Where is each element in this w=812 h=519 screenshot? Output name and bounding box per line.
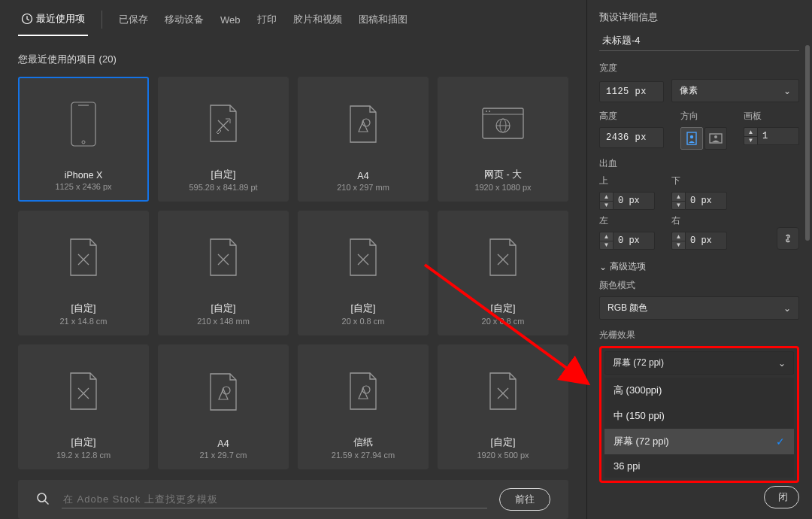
preset-name: 信纸 [353, 436, 373, 449]
raster-option-high[interactable]: 高 (300ppi) [604, 378, 794, 403]
a4-doc-icon [208, 345, 239, 439]
stock-search-bar: 前往 [18, 480, 568, 519]
artboard-stepper[interactable]: ▲▼ [744, 127, 799, 145]
bleed-left-input[interactable] [613, 232, 655, 250]
svg-point-17 [690, 135, 693, 138]
scrollbar[interactable] [805, 45, 810, 466]
artboard-label: 画板 [744, 110, 799, 123]
custom-doc-icon [68, 211, 99, 302]
recent-count-label: 您最近使用的项目 (20) [18, 53, 568, 66]
search-icon [36, 492, 50, 508]
tab-web[interactable]: Web [217, 10, 244, 35]
document-name-input[interactable] [599, 32, 799, 51]
preset-grid: iPhone X 1125 x 2436 px [自定] 595.28 x 84… [18, 77, 568, 469]
orientation-portrait-button[interactable] [680, 127, 703, 150]
preset-name: A4 [357, 171, 368, 181]
raster-option-medium[interactable]: 中 (150 ppi) [604, 403, 794, 429]
chevron-down-icon: ⌄ [783, 86, 791, 96]
tab-saved[interactable]: 已保存 [116, 8, 151, 35]
preset-custom[interactable]: [自定] 21 x 14.8 cm [18, 211, 149, 335]
raster-option-screen[interactable]: 屏幕 (72 ppi)✓ [604, 429, 794, 454]
preset-custom[interactable]: [自定] 210 x 148 mm [158, 211, 289, 335]
preset-name: iPhone X [65, 170, 103, 181]
tab-recent[interactable]: 最近使用项 [18, 8, 88, 36]
step-up-icon[interactable]: ▲ [744, 128, 757, 137]
stock-search-input[interactable] [62, 490, 487, 508]
bleed-top-input[interactable] [613, 192, 655, 210]
preset-a4[interactable]: A4 21 x 29.7 cm [158, 344, 289, 469]
raster-highlight-box: 屏幕 (72 ppi) ⌄ 高 (300ppi) 中 (150 ppi) 屏幕 … [599, 346, 799, 483]
tab-film[interactable]: 胶片和视频 [290, 8, 345, 35]
preset-name: [自定] [211, 168, 236, 181]
step-down-icon[interactable]: ▼ [744, 137, 757, 145]
bleed-top-stepper[interactable]: ▲▼ [599, 192, 655, 210]
tab-print[interactable]: 打印 [254, 8, 280, 35]
category-tabs: 最近使用项 已保存 移动设备 Web 打印 胶片和视频 图稿和插图 [18, 0, 568, 36]
chevron-down-icon: ⌄ [778, 358, 786, 369]
advanced-options-toggle[interactable]: ⌄ 高级选项 [599, 260, 799, 273]
height-label: 高度 [599, 110, 664, 123]
check-icon: ✓ [776, 436, 785, 448]
svg-point-3 [82, 141, 85, 144]
preset-custom[interactable]: [自定] 20 x 0.8 cm [298, 211, 429, 335]
raster-option-36[interactable]: 36 ppi [604, 454, 794, 478]
custom-doc-icon [487, 211, 519, 302]
tab-divider [102, 11, 102, 29]
web-icon [481, 77, 525, 168]
preset-custom[interactable]: [自定] 20 x 0.8 cm [438, 211, 568, 335]
preset-letter[interactable]: 信纸 21.59 x 27.94 cm [298, 344, 429, 469]
tab-art[interactable]: 图稿和插图 [356, 8, 411, 35]
width-input[interactable] [599, 81, 664, 102]
preset-dims: 595.28 x 841.89 pt [189, 183, 257, 192]
bleed-right-stepper[interactable]: ▲▼ [671, 232, 727, 250]
preset-name: [自定] [71, 436, 96, 449]
colormode-select[interactable]: RGB 颜色 ⌄ [599, 296, 799, 320]
close-button[interactable]: 闭 [764, 486, 799, 508]
preset-details-title: 预设详细信息 [599, 11, 799, 24]
preset-iphone-x[interactable]: iPhone X 1125 x 2436 px [18, 77, 149, 202]
bleed-bottom-stepper[interactable]: ▲▼ [671, 192, 727, 210]
preset-dims: 1125 x 2436 px [55, 182, 111, 191]
raster-select[interactable]: 屏幕 (72 ppi) ⌄ [604, 351, 794, 375]
link-bleed-button[interactable] [777, 227, 799, 250]
bleed-bottom-label: 下 [671, 175, 727, 187]
tab-mobile[interactable]: 移动设备 [162, 8, 207, 35]
artboard-input[interactable] [757, 127, 799, 145]
preset-dims: 1920 x 1080 px [474, 183, 531, 192]
preset-dims: 20 x 0.8 cm [342, 317, 385, 326]
preset-dims: 210 x 148 mm [197, 317, 250, 326]
unit-select[interactable]: 像素 ⌄ [671, 79, 799, 102]
svg-line-15 [45, 501, 48, 504]
preset-dims: 21 x 14.8 cm [60, 317, 108, 326]
orientation-label: 方向 [680, 110, 727, 123]
bleed-left-stepper[interactable]: ▲▼ [599, 232, 655, 250]
preset-name: [自定] [71, 302, 96, 315]
bleed-bottom-input[interactable] [685, 192, 727, 210]
bleed-right-input[interactable] [685, 232, 727, 250]
advanced-label: 高级选项 [610, 260, 646, 273]
svg-point-7 [486, 111, 487, 112]
stock-go-button[interactable]: 前往 [499, 488, 550, 511]
preset-a4[interactable]: A4 210 x 297 mm [298, 77, 429, 202]
preset-custom[interactable]: [自定] 595.28 x 841.89 pt [158, 77, 289, 202]
preset-web-large[interactable]: 网页 - 大 1920 x 1080 px [438, 77, 568, 202]
preset-dims: 21.59 x 27.94 cm [332, 451, 395, 460]
raster-label: 光栅效果 [599, 329, 799, 341]
preset-dims: 1920 x 500 px [477, 451, 529, 460]
preset-custom[interactable]: [自定] 1920 x 500 px [438, 344, 568, 469]
custom-doc-icon [487, 345, 519, 436]
bleed-top-label: 上 [599, 175, 655, 187]
svg-rect-1 [71, 102, 95, 146]
svg-point-8 [489, 111, 490, 112]
orientation-landscape-button[interactable] [704, 127, 727, 150]
phone-icon [71, 78, 96, 170]
a4-doc-icon [347, 77, 379, 171]
svg-point-19 [714, 135, 717, 138]
clock-icon [21, 13, 33, 25]
preset-custom[interactable]: [自定] 19.2 x 12.8 cm [18, 344, 149, 469]
preset-name: [自定] [211, 302, 236, 315]
preset-dims: 21 x 29.7 cm [200, 451, 247, 460]
bleed-right-label: 右 [671, 214, 727, 227]
height-input[interactable] [599, 127, 664, 148]
preset-dims: 20 x 0.8 cm [482, 317, 525, 326]
